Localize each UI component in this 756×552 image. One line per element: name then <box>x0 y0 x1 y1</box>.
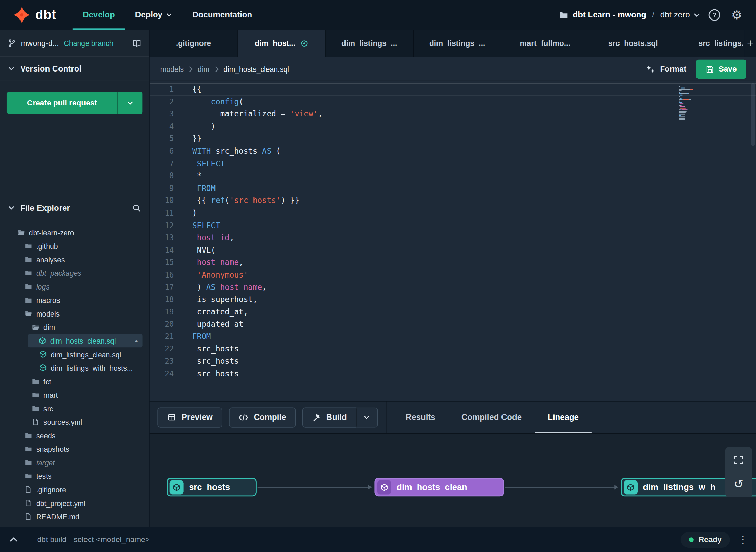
tree-item-logs[interactable]: logs <box>0 280 149 294</box>
code-line-12[interactable]: 12SELECT <box>150 219 756 231</box>
code-line-9[interactable]: 9 FROM <box>150 182 756 194</box>
code-token: {{ <box>192 85 201 94</box>
format-label: Format <box>660 65 687 73</box>
tree-item-readme-md[interactable]: README.md <box>0 510 149 524</box>
panel-tab-compiled-code[interactable]: Compiled Code <box>448 401 535 433</box>
code-line-13[interactable]: 13 host_id, <box>150 232 756 244</box>
book-icon[interactable] <box>132 39 142 48</box>
code-line-3[interactable]: 3 materialized = 'view', <box>150 108 756 120</box>
code-line-5[interactable]: 5}} <box>150 132 756 145</box>
tree-item-sources-yml[interactable]: sources.yml <box>0 415 149 429</box>
dbt-logo[interactable]: dbt <box>13 6 56 24</box>
nav-item-documentation[interactable]: Documentation <box>182 0 262 30</box>
compile-button[interactable]: Compile <box>229 407 296 427</box>
tab-dim-listings[interactable]: dim_listings_... <box>326 30 414 57</box>
code-line-8[interactable]: 8 * <box>150 170 756 182</box>
create-pr-button[interactable]: Create pull request <box>7 92 117 114</box>
search-icon[interactable] <box>132 204 141 212</box>
create-pr-caret-button[interactable] <box>117 92 142 114</box>
build-button[interactable]: Build <box>302 407 356 427</box>
tree-item-fct[interactable]: fct <box>0 374 149 388</box>
format-button[interactable]: Format <box>646 64 686 74</box>
minimap[interactable] <box>679 86 699 121</box>
tree-item-gitignore[interactable]: .gitignore <box>0 483 149 497</box>
code-line-18[interactable]: 18 is_superhost, <box>150 293 756 306</box>
code-line-17[interactable]: 17 ) AS host_name, <box>150 281 756 293</box>
breadcrumb-item-dim[interactable]: dim <box>198 65 209 73</box>
tab-dim-host[interactable]: dim_host... <box>238 30 326 57</box>
code-line-1[interactable]: 1{{ <box>150 83 756 95</box>
code-editor[interactable]: 1{{2 config(3 materialized = 'view',4 )5… <box>150 81 756 401</box>
environment-selector[interactable]: dbt zero <box>660 10 700 20</box>
tree-item-models[interactable]: models <box>0 307 149 321</box>
new-tab-button[interactable]: + <box>744 30 756 57</box>
code-line-7[interactable]: 7 SELECT <box>150 157 756 170</box>
panel-tab-lineage[interactable]: Lineage <box>535 401 592 433</box>
breadcrumb-item-dim-hosts-clean-sql[interactable]: dim_hosts_clean.sql <box>223 65 289 73</box>
code-token <box>192 233 197 242</box>
chevron-up-icon[interactable] <box>7 537 18 542</box>
code-line-23[interactable]: 23 src_hosts <box>150 355 756 368</box>
fullscreen-button[interactable] <box>730 452 747 468</box>
chevron-down-icon <box>8 67 14 71</box>
tree-item-seeds[interactable]: seeds <box>0 429 149 442</box>
tab-gitignore[interactable]: .gitignore <box>150 30 238 57</box>
tree-item-src[interactable]: src <box>0 401 149 415</box>
tree-item-dim-listings-clean-sql[interactable]: dim_listings_clean.sql <box>0 347 149 361</box>
code-line-15[interactable]: 15 host_name, <box>150 256 756 269</box>
code-line-22[interactable]: 22 src_hosts <box>150 343 756 355</box>
help-button[interactable]: ? <box>707 7 722 23</box>
tree-item-analyses[interactable]: analyses <box>0 253 149 267</box>
tree-item-dbt-packages[interactable]: dbt_packages <box>0 266 149 280</box>
preview-button[interactable]: Preview <box>157 407 222 427</box>
code-line-16[interactable]: 16 'Anonymous' <box>150 269 756 281</box>
lineage-node-dim-hosts-clean[interactable]: dim_hosts_clean <box>374 478 504 497</box>
tab-mart-fullmo[interactable]: mart_fullmo... <box>501 30 589 57</box>
path-separator: / <box>651 10 655 20</box>
lineage-node-label: dim_hosts_clean <box>396 482 467 492</box>
tree-item-dim-hosts-clean-sql[interactable]: dim_hosts_clean.sql• <box>28 334 143 348</box>
tree-item-macros[interactable]: macros <box>0 293 149 307</box>
tree-item-dbt-project-yml[interactable]: dbt_project.yml <box>0 496 149 510</box>
code-line-21[interactable]: 21FROM <box>150 331 756 343</box>
lineage-edge-2 <box>505 487 617 488</box>
tree-item-tests[interactable]: tests <box>0 469 149 483</box>
editor-scrollbar[interactable] <box>751 83 755 146</box>
reset-view-button[interactable]: ↺ <box>730 476 747 492</box>
version-control-header[interactable]: Version Control <box>0 57 149 81</box>
project-selector[interactable]: dbt Learn - mwong / dbt zero <box>559 10 700 20</box>
change-branch-link[interactable]: Change branch <box>64 39 114 47</box>
code-line-11[interactable]: 11) <box>150 207 756 219</box>
tab-dim-listings[interactable]: dim_listings_... <box>414 30 501 57</box>
tree-item-dim[interactable]: dim <box>0 320 149 334</box>
save-button[interactable]: Save <box>696 60 746 79</box>
kebab-menu-icon[interactable]: ⋮ <box>738 534 748 545</box>
settings-button[interactable]: ⚙ <box>729 7 744 23</box>
nav-item-deploy[interactable]: Deploy <box>125 0 182 30</box>
code-line-24[interactable]: 24 src_hosts <box>150 368 756 380</box>
code-line-19[interactable]: 19 created_at, <box>150 306 756 318</box>
code-line-14[interactable]: 14 NVL( <box>150 244 756 256</box>
code-line-6[interactable]: 6WITH src_hosts AS ( <box>150 145 756 157</box>
command-input[interactable]: dbt build --select <model_name> <box>37 535 150 544</box>
tree-item-dbt-learn-zero[interactable]: dbt-learn-zero <box>0 226 149 239</box>
nav-item-develop[interactable]: Develop <box>73 0 125 30</box>
tree-item-github[interactable]: .github <box>0 239 149 253</box>
code-token <box>192 258 197 267</box>
breadcrumb-item-models[interactable]: models <box>160 65 184 73</box>
panel-tab-results[interactable]: Results <box>393 401 448 433</box>
tree-item-snapshots[interactable]: snapshots <box>0 442 149 456</box>
code-line-10[interactable]: 10 {{ ref('src_hosts') }} <box>150 194 756 207</box>
code-line-20[interactable]: 20 updated_at <box>150 318 756 331</box>
tab-src-hosts-sql[interactable]: src_hosts.sql <box>589 30 677 57</box>
tree-item-target[interactable]: target <box>0 456 149 470</box>
file-explorer-header[interactable]: File Explorer <box>0 196 149 220</box>
tree-item-mart[interactable]: mart <box>0 388 149 402</box>
lineage-node-src-hosts[interactable]: src_hosts <box>167 478 257 497</box>
tree-item-dim-listings-with-hosts[interactable]: dim_listings_with_hosts... <box>0 361 149 375</box>
code-line-2[interactable]: 2 config( <box>150 95 756 108</box>
minimap-line <box>679 105 699 106</box>
build-options-button[interactable] <box>356 407 378 427</box>
branch-name: mwong-d... <box>21 39 59 48</box>
code-line-4[interactable]: 4 ) <box>150 120 756 132</box>
